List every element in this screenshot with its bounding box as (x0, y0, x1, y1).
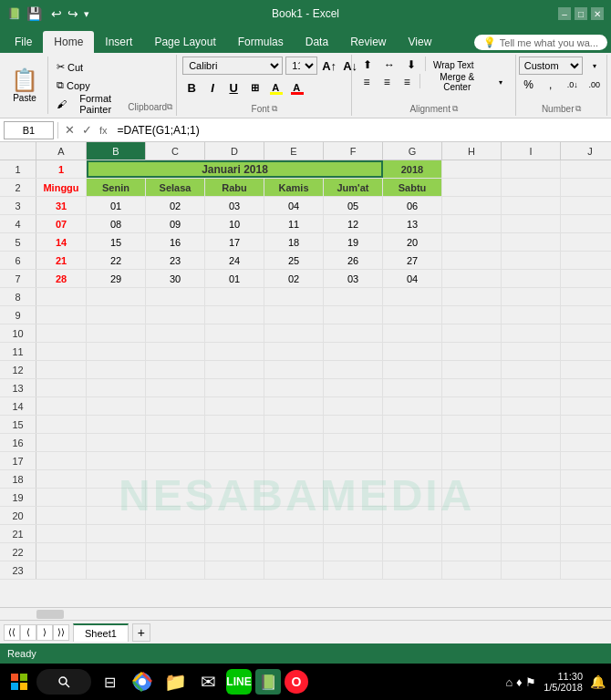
paste-btn[interactable]: 📋 Paste (7, 62, 42, 109)
row-header[interactable]: 1 (0, 160, 36, 178)
row-header[interactable]: 23 (0, 561, 36, 579)
mail-icon[interactable]: ✉ (193, 667, 223, 696)
copy-btn[interactable]: ⧉ Copy (52, 77, 126, 94)
cell-c7[interactable]: 30 (146, 270, 205, 287)
cell-g2[interactable]: Sabtu (383, 179, 442, 196)
font-name-select[interactable]: Calibri Arial Times New Roman (182, 57, 283, 75)
cell-j3[interactable] (561, 197, 611, 214)
cell-c6[interactable]: 23 (146, 252, 205, 269)
row-header[interactable]: 11 (0, 343, 36, 360)
cell-e4[interactable]: 11 (264, 215, 324, 232)
row-header[interactable]: 8 (0, 288, 36, 305)
col-header-b[interactable]: B (87, 142, 146, 160)
tab-file[interactable]: File (4, 31, 43, 53)
cell-j1[interactable] (561, 160, 611, 178)
quick-access-more[interactable]: ▾ (84, 8, 89, 20)
tab-view[interactable]: View (398, 31, 443, 53)
cell-b2[interactable]: Senin (87, 179, 146, 196)
font-size-select[interactable]: 11 891011 12141618 (285, 57, 317, 75)
cell-h5[interactable] (442, 233, 502, 251)
cell-c2[interactable]: Selasa (146, 179, 205, 196)
cell-i3[interactable] (502, 197, 561, 214)
tab-formulas[interactable]: Formulas (227, 31, 295, 53)
align-right-btn[interactable]: ≡ (398, 74, 416, 90)
percent-btn[interactable]: % (519, 77, 539, 93)
task-view-btn[interactable]: ⊟ (95, 667, 124, 696)
cell-i4[interactable] (502, 215, 561, 232)
col-header-j[interactable]: J (561, 142, 611, 160)
row-header[interactable]: 7 (0, 270, 36, 287)
font-expand-icon[interactable]: ⧉ (272, 104, 277, 114)
cell-d3[interactable]: 03 (205, 197, 264, 214)
align-top-btn[interactable]: ⬆ (357, 57, 378, 73)
excel-taskbar-icon[interactable]: 📗 (255, 669, 281, 695)
row-header[interactable]: 20 (0, 507, 36, 524)
explorer-icon[interactable]: 📁 (161, 667, 190, 696)
italic-btn[interactable]: I (203, 78, 222, 97)
format-painter-btn[interactable]: 🖌 Format Painter (52, 96, 126, 112)
maximize-btn[interactable]: □ (575, 7, 587, 20)
cell-i2[interactable] (502, 179, 561, 196)
cell-g1[interactable]: 2018 (383, 160, 442, 178)
cell-h3[interactable] (442, 197, 502, 214)
redo-btn[interactable]: ↪ (67, 6, 78, 21)
cell-i7[interactable] (502, 270, 561, 287)
decrease-decimal-btn[interactable]: .0↓ (563, 77, 583, 93)
align-middle-btn[interactable]: ↔ (379, 57, 399, 73)
tab-page-layout[interactable]: Page Layout (143, 31, 226, 53)
cell-j4[interactable] (561, 215, 611, 232)
row-header[interactable]: 14 (0, 397, 36, 415)
taskbar-icons-tray[interactable]: ⌂ ♦ ⚑ (505, 675, 536, 689)
col-header-f[interactable]: F (324, 142, 383, 160)
cell-b7[interactable]: 29 (87, 270, 146, 287)
border-btn[interactable]: ⊞ (245, 78, 264, 97)
tell-me-box[interactable]: 💡 Tell me what you wa... (474, 35, 607, 50)
cell-a6[interactable]: 21 (36, 252, 87, 269)
row-header[interactable]: 16 (0, 434, 36, 451)
name-box[interactable] (4, 121, 54, 139)
cell-d2[interactable]: Rabu (205, 179, 264, 196)
merge-dropdown-btn[interactable]: ▾ (492, 74, 510, 90)
increase-font-btn[interactable]: A↑ (320, 57, 338, 75)
row-header[interactable]: 10 (0, 324, 36, 342)
row-header[interactable]: 9 (0, 306, 36, 324)
cell-h4[interactable] (442, 215, 502, 232)
align-bottom-btn[interactable]: ⬇ (401, 57, 421, 73)
row-header[interactable]: 5 (0, 233, 36, 251)
cell-j2[interactable] (561, 179, 611, 196)
cut-btn[interactable]: ✂ Cut (52, 59, 126, 76)
cell-c5[interactable]: 16 (146, 233, 205, 251)
cell-g4[interactable]: 13 (383, 215, 442, 232)
cell-e6[interactable]: 25 (264, 252, 324, 269)
cell-g7[interactable]: 04 (383, 270, 442, 287)
cell-g5[interactable]: 20 (383, 233, 442, 251)
cell-a5[interactable]: 14 (36, 233, 87, 251)
close-btn[interactable]: ✕ (591, 7, 604, 20)
cell-e5[interactable]: 18 (264, 233, 324, 251)
row-header[interactable]: 6 (0, 252, 36, 269)
increase-decimal-btn[interactable]: .00 (585, 77, 605, 93)
row-header[interactable]: 2 (0, 179, 36, 196)
sheet-nav-first[interactable]: ⟨⟨ (4, 624, 20, 641)
cell-h7[interactable] (442, 270, 502, 287)
horizontal-scrollbar[interactable] (0, 607, 611, 620)
col-header-d[interactable]: D (205, 142, 264, 160)
cancel-formula-btn[interactable]: ✕ (62, 123, 78, 137)
col-header-c[interactable]: C (146, 142, 205, 160)
cell-h6[interactable] (442, 252, 502, 269)
cell-f5[interactable]: 19 (324, 233, 383, 251)
col-header-g[interactable]: G (383, 142, 442, 160)
col-header-h[interactable]: H (442, 142, 502, 160)
row-header[interactable]: 13 (0, 379, 36, 396)
minimize-btn[interactable]: – (558, 7, 571, 20)
cell-a8[interactable] (36, 288, 87, 305)
cell-e7[interactable]: 02 (264, 270, 324, 287)
comma-btn[interactable]: , (541, 77, 561, 93)
sheet-nav-prev[interactable]: ⟨ (20, 624, 36, 641)
clipboard-expand-icon[interactable]: ⧉ (167, 102, 172, 112)
cell-f6[interactable]: 26 (324, 252, 383, 269)
cell-f3[interactable]: 05 (324, 197, 383, 214)
save-btn[interactable]: 💾 (26, 6, 42, 21)
tab-insert[interactable]: Insert (94, 31, 143, 53)
cell-f4[interactable]: 12 (324, 215, 383, 232)
